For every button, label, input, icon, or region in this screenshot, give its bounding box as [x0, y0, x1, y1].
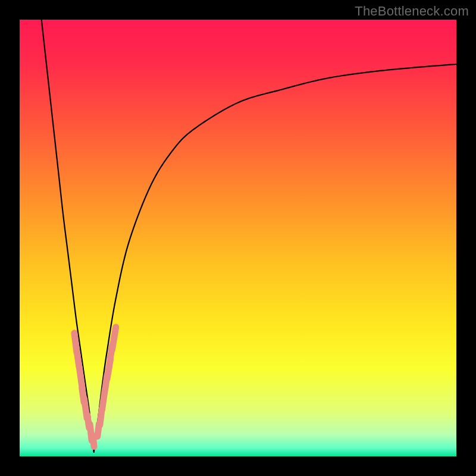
- watermark-text: TheBottleneck.com: [355, 4, 469, 19]
- curves-layer: [20, 20, 456, 456]
- curve-left-branch: [42, 20, 94, 452]
- valley-markers: [71, 323, 120, 450]
- curve-right-branch: [94, 64, 456, 452]
- valley-marker: [108, 323, 120, 353]
- plot-area: [20, 20, 456, 456]
